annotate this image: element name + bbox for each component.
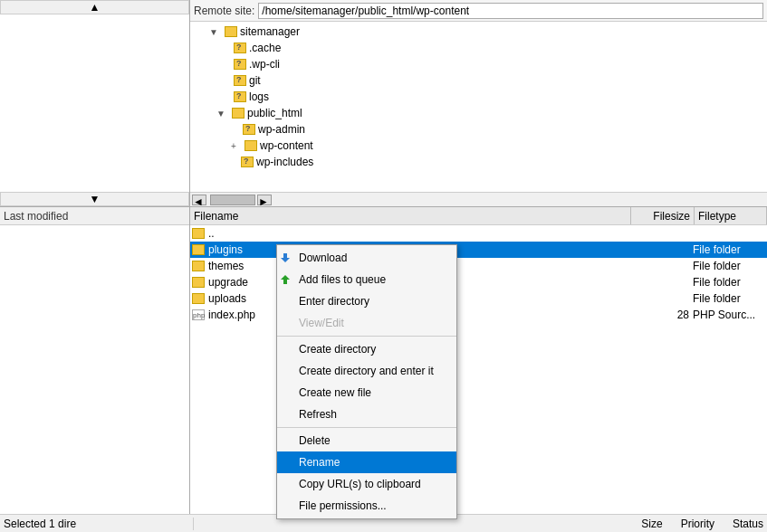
folder-icon-wp-content: [244, 140, 257, 151]
tree-label-sitemanager: sitemanager: [240, 25, 300, 38]
file-type-upgrade: File folder: [693, 276, 765, 289]
context-menu-sep2: [277, 427, 456, 428]
context-menu-copy-urls-label: Copy URL(s) to clipboard: [299, 478, 421, 490]
status-left: Selected 1 dire: [4, 518, 194, 530]
remote-site-bar: Remote site:: [190, 0, 767, 22]
hscroll-thumb[interactable]: [210, 195, 255, 205]
context-menu-view-edit-label: View/Edit: [299, 317, 344, 329]
folder-icon-wpcli: ?: [234, 59, 246, 70]
tree-item-wp-admin[interactable]: ? wp-admin: [190, 121, 767, 138]
file-size-index-php: 28: [629, 309, 693, 321]
context-menu-view-edit[interactable]: View/Edit: [277, 312, 456, 334]
context-menu-delete[interactable]: Delete: [277, 430, 456, 451]
status-size-label: Size: [641, 518, 662, 530]
tree-item-public-html[interactable]: ▼ public_html: [190, 105, 767, 121]
status-priority-label: Priority: [681, 518, 714, 530]
context-menu-refresh-label: Refresh: [299, 408, 337, 421]
expander-public-html[interactable]: ▼: [216, 109, 226, 119]
folder-icon-logs: ?: [234, 91, 246, 102]
context-menu-download[interactable]: Download: [277, 247, 456, 269]
file-row-dotdot[interactable]: ..: [190, 225, 767, 242]
tree-label-wp-admin: wp-admin: [258, 123, 305, 136]
scroll-down-btn[interactable]: ▼: [0, 192, 189, 206]
file-list-header: Filename Filesize Filetype: [190, 207, 767, 225]
local-file-list: [0, 225, 189, 514]
tree-item-sitemanager[interactable]: ▼ sitemanager: [190, 24, 767, 40]
folder-icon-git: ?: [234, 75, 246, 86]
context-menu-create-dir-enter-label: Create directory and enter it: [299, 365, 434, 377]
hscroll-left-btn[interactable]: ◄: [192, 195, 206, 205]
folder-icon-public-html: [232, 108, 244, 119]
context-menu-file-perms-label: File permissions...: [299, 499, 387, 512]
file-type-themes: File folder: [693, 260, 765, 272]
context-menu-delete-label: Delete: [299, 434, 331, 447]
file-name-dotdot: ..: [208, 227, 629, 240]
remote-site-input[interactable]: [258, 3, 763, 19]
col-header-filename[interactable]: Filename: [190, 207, 631, 224]
tree-item-wpcli[interactable]: ? .wp-cli: [190, 56, 767, 72]
context-menu-download-label: Download: [299, 252, 347, 264]
local-tree: [0, 14, 189, 192]
folder-icon-dotdot: [192, 228, 205, 239]
context-menu-sep1: [277, 336, 456, 337]
context-menu-create-file[interactable]: Create new file: [277, 382, 456, 404]
status-status-label: Status: [733, 518, 763, 530]
context-menu-enter-dir[interactable]: Enter directory: [277, 290, 456, 312]
context-menu: Download Add files to queue Enter direct…: [276, 244, 457, 519]
remote-tree: ▼ sitemanager ? .cache ?: [190, 22, 767, 192]
context-menu-create-dir-label: Create directory: [299, 343, 376, 356]
expander-wp-content[interactable]: +: [228, 141, 239, 151]
context-menu-rename[interactable]: Rename: [277, 451, 456, 473]
file-type-uploads: File folder: [693, 292, 765, 305]
tree-label-wp-content: wp-content: [260, 139, 313, 152]
status-left-text: Selected 1 dire: [4, 518, 76, 530]
hscroll-right-btn[interactable]: ►: [257, 195, 272, 205]
scroll-up-btn[interactable]: ▲: [0, 0, 189, 14]
context-menu-refresh[interactable]: Refresh: [277, 404, 456, 425]
tree-label-cache: .cache: [249, 42, 281, 54]
tree-label-logs: logs: [249, 90, 269, 103]
file-icon-index-php: php: [192, 309, 205, 320]
folder-icon-themes: [192, 261, 205, 271]
tree-label-public-html: public_html: [247, 107, 302, 119]
context-menu-create-dir[interactable]: Create directory: [277, 338, 456, 360]
tree-label-wp-includes: wp-includes: [256, 156, 313, 168]
download-icon: [281, 253, 299, 262]
local-panel-header: Last modified: [0, 207, 189, 225]
folder-icon-sitemanager: [225, 26, 237, 37]
col-header-filetype[interactable]: Filetype: [695, 207, 767, 224]
context-menu-add-queue-label: Add files to queue: [299, 273, 386, 286]
add-queue-icon: [281, 275, 299, 284]
tree-item-git[interactable]: ? git: [190, 72, 767, 89]
folder-icon-uploads: [192, 293, 205, 304]
tree-label-git: git: [249, 74, 261, 87]
context-menu-add-queue[interactable]: Add files to queue: [277, 269, 456, 290]
context-menu-copy-urls[interactable]: Copy URL(s) to clipboard: [277, 473, 456, 495]
col-header-filesize[interactable]: Filesize: [631, 207, 695, 224]
folder-icon-plugins: [192, 244, 205, 255]
expander-sitemanager[interactable]: ▼: [208, 27, 219, 37]
context-menu-enter-dir-label: Enter directory: [299, 295, 369, 308]
folder-icon-upgrade: [192, 277, 205, 288]
context-menu-create-file-label: Create new file: [299, 386, 371, 399]
tree-label-wpcli: .wp-cli: [249, 58, 280, 71]
folder-icon-wp-includes: ?: [241, 157, 254, 167]
tree-item-cache[interactable]: ? .cache: [190, 40, 767, 56]
folder-icon-cache: ?: [234, 43, 246, 53]
tree-item-wp-content[interactable]: + wp-content: [190, 138, 767, 154]
context-menu-create-dir-enter[interactable]: Create directory and enter it: [277, 360, 456, 382]
context-menu-rename-label: Rename: [299, 456, 340, 469]
remote-site-label: Remote site:: [194, 5, 254, 17]
tree-item-logs[interactable]: ? logs: [190, 89, 767, 105]
remote-tree-hscroll[interactable]: ◄ ►: [190, 192, 767, 206]
context-menu-file-perms[interactable]: File permissions...: [277, 495, 456, 517]
file-type-plugins: File folder: [693, 243, 765, 256]
local-header-label: Last modified: [4, 210, 68, 223]
tree-item-wp-includes[interactable]: ? wp-includes: [190, 154, 767, 170]
file-type-index-php: PHP Sourc...: [693, 309, 765, 321]
folder-icon-wp-admin: ?: [243, 124, 255, 135]
